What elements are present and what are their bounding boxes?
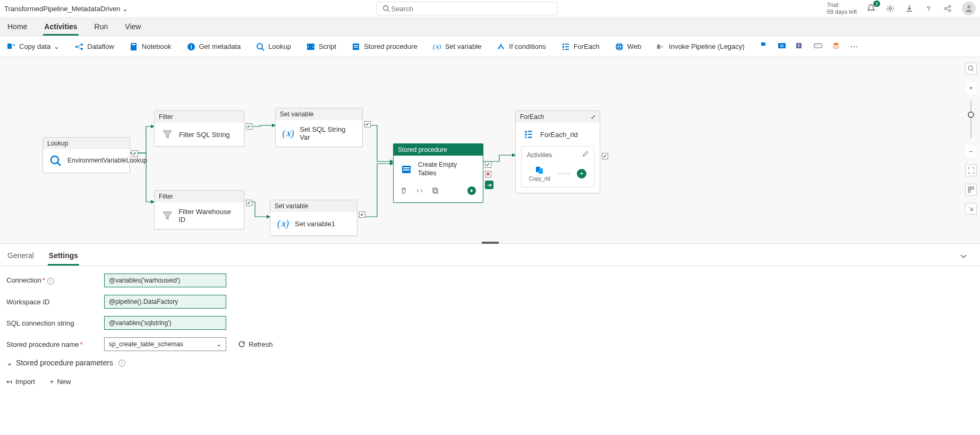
delete-icon[interactable] xyxy=(400,187,407,196)
script-icon xyxy=(306,42,316,52)
info-icon[interactable]: i xyxy=(47,278,54,285)
minimize-icon[interactable]: ⇲ xyxy=(965,203,977,215)
outlook-icon[interactable]: O xyxy=(778,41,786,52)
notification-badge: 2 xyxy=(873,1,880,7)
svg-point-6 xyxy=(967,5,970,8)
tool-dataflow[interactable]: Dataflow xyxy=(74,42,114,52)
success-port-icon[interactable]: ✔ xyxy=(485,161,491,168)
tool-lookup[interactable]: Lookup xyxy=(255,42,291,52)
node-setvar2[interactable]: Set variable (𝑥) Set variable1 xyxy=(270,200,357,236)
foreach-inner-activity[interactable]: Copy_rld xyxy=(529,165,550,182)
set-var-icon: (𝑥) xyxy=(277,217,289,230)
pipeline-canvas[interactable]: Lookup EnvironmentVariableLookup ✔ Filte… xyxy=(0,57,980,243)
settings-icon[interactable] xyxy=(885,4,895,13)
panel-resize-handle[interactable] xyxy=(482,242,499,244)
success-port-icon[interactable]: ✔ xyxy=(246,200,252,206)
search-input[interactable] xyxy=(391,5,552,13)
node-lookup-name: EnvironmentVariableLookup xyxy=(67,157,147,165)
node-filter-wh[interactable]: Filter Filter Warehouse ID xyxy=(154,190,244,229)
svg-rect-20 xyxy=(354,47,358,48)
edit-icon[interactable] xyxy=(582,151,589,159)
tool-stored-procedure[interactable]: Stored procedure xyxy=(351,42,417,52)
expand-icon[interactable]: ⤢ xyxy=(591,114,595,121)
tool-script[interactable]: Script xyxy=(306,42,336,52)
panel-tab-general[interactable]: General xyxy=(6,249,35,266)
tool-set-variable[interactable]: (𝑥)Set variable xyxy=(432,42,482,52)
node-setvar1-type: Set variable xyxy=(276,108,362,120)
foreach-activities-container[interactable]: Activities Copy_rld + xyxy=(521,146,594,187)
teams-icon[interactable]: T xyxy=(796,41,804,52)
svg-point-34 xyxy=(817,45,817,45)
lookup-icon xyxy=(255,42,265,52)
help-icon[interactable]: ? xyxy=(924,4,933,13)
success-port-icon[interactable]: ✔ xyxy=(359,211,365,218)
workspace-input[interactable]: @pipeline().DataFactory xyxy=(104,295,226,309)
tool-web[interactable]: Web xyxy=(615,42,642,52)
info-icon[interactable]: i xyxy=(118,360,125,366)
download-icon[interactable] xyxy=(905,4,914,13)
tool-foreach[interactable]: ForEach xyxy=(561,42,600,52)
share-icon[interactable] xyxy=(943,4,952,13)
tool-if-conditions[interactable]: If conditions xyxy=(496,42,546,52)
search-box[interactable] xyxy=(377,2,557,15)
add-activity-button[interactable]: + xyxy=(577,169,586,178)
layout-icon[interactable] xyxy=(965,184,977,195)
stack-icon[interactable] xyxy=(832,41,840,52)
tab-activities[interactable]: Activities xyxy=(43,19,78,36)
zoom-in-button[interactable]: + xyxy=(965,82,977,93)
notifications-icon[interactable]: 2 xyxy=(866,4,876,13)
svg-point-5 xyxy=(949,10,951,12)
tab-home[interactable]: Home xyxy=(6,19,28,36)
new-button[interactable]: + New xyxy=(50,378,71,386)
node-lookup[interactable]: Lookup EnvironmentVariableLookup xyxy=(42,137,130,173)
stored-procedure-select[interactable]: sp_create_table_schemas ⌄ xyxy=(104,337,226,351)
tool-get-metadata[interactable]: iGet metadata xyxy=(186,42,241,52)
failure-port-icon[interactable]: ✖ xyxy=(485,171,491,177)
tool-copy-data[interactable]: Copy data⌄ xyxy=(6,42,59,52)
success-port-icon[interactable]: ✔ xyxy=(602,153,608,159)
import-button[interactable]: ↤ Import xyxy=(6,378,35,386)
tool-notebook[interactable]: Notebook xyxy=(129,42,172,52)
fit-screen-icon[interactable]: ⛶ xyxy=(965,165,977,176)
panel-tabs: General Settings xyxy=(0,246,980,266)
connection-input[interactable]: @variables('warhouseid') xyxy=(104,274,226,287)
chevron-down-icon: ⌄ xyxy=(122,5,128,13)
zoom-slider[interactable] xyxy=(970,101,972,138)
panel-collapse-icon[interactable] xyxy=(953,249,974,266)
keyboard-icon[interactable] xyxy=(814,41,822,52)
sp-params-section[interactable]: ⌄ Stored procedure parameters i xyxy=(6,359,974,367)
field-connection: Connection*i @variables('warhouseid') xyxy=(6,274,974,287)
panel-tab-settings[interactable]: Settings xyxy=(48,249,79,266)
svg-rect-27 xyxy=(657,45,660,49)
flag-icon[interactable] xyxy=(760,41,768,52)
svg-rect-25 xyxy=(563,49,564,50)
pipeline-name-dropdown[interactable]: TransformedPipeline_MetadataDriven ⌄ xyxy=(4,5,128,13)
tab-run[interactable]: Run xyxy=(93,19,109,36)
success-port-icon[interactable]: ✔ xyxy=(246,123,252,130)
copy-icon[interactable] xyxy=(432,187,439,196)
code-icon[interactable] xyxy=(416,187,423,196)
zoom-slider-thumb[interactable] xyxy=(968,112,974,118)
node-stored-procedure[interactable]: Stored procedure Create Empty Tables xyxy=(393,143,483,203)
node-foreach[interactable]: ForEach ⤢ ForEach_rld Activities Copy_rl… xyxy=(515,110,600,193)
skip-port-icon[interactable]: ➔ xyxy=(485,181,493,189)
node-filter-sql[interactable]: Filter Filter SQL String xyxy=(154,110,244,147)
tab-view[interactable]: View xyxy=(124,19,142,36)
foreach-activities-label: Activities xyxy=(527,151,552,159)
node-setvar1[interactable]: Set variable (𝑥) Set SQL String Var xyxy=(275,108,363,147)
refresh-button[interactable]: Refresh xyxy=(238,340,273,348)
toolbar-extra: O T ⋯ xyxy=(760,41,858,52)
more-icon[interactable]: ⋯ xyxy=(850,41,858,52)
svg-rect-24 xyxy=(563,46,564,48)
run-icon[interactable] xyxy=(467,186,476,197)
svg-point-22 xyxy=(502,47,504,49)
success-port-icon[interactable]: ✔ xyxy=(364,121,371,127)
tool-invoke-pipeline[interactable]: Invoke Pipeline (Legacy) xyxy=(656,42,744,52)
search-canvas-icon[interactable] xyxy=(965,63,977,74)
zoom-out-button[interactable]: − xyxy=(965,146,977,157)
svg-line-51 xyxy=(972,70,974,71)
user-avatar[interactable] xyxy=(962,2,976,15)
svg-rect-39 xyxy=(403,167,410,168)
success-port-icon[interactable]: ✔ xyxy=(132,150,138,157)
sql-connection-input[interactable]: @variables('sqlstring') xyxy=(104,316,226,330)
